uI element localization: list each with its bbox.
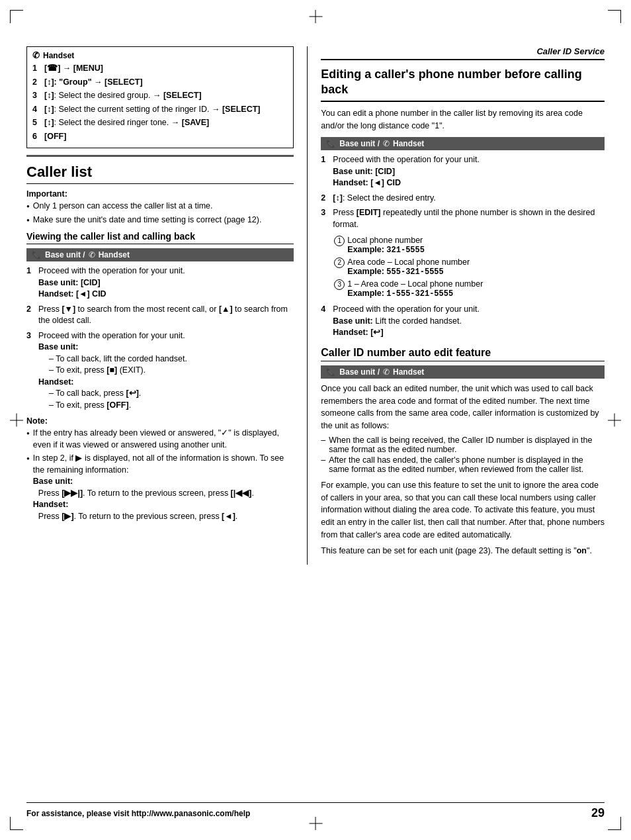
step-num: 4 (32, 104, 44, 116)
handset-label2: Handset (99, 250, 130, 259)
cross-mark-top (316, 10, 316, 23)
step-num: 3 (32, 90, 44, 102)
base-icon: 📞 (326, 367, 336, 377)
content-area: Handset 1 [☎] → [MENU] 2 [↕]: "Group" → … (26, 46, 605, 565)
step-num: 2 (26, 304, 38, 327)
step-text: [↕]: Select the current setting of the r… (44, 104, 288, 116)
step-text: Proceed with the operation for your unit… (38, 265, 294, 301)
auto-edit-dash1: When the call is being received, the Cal… (321, 436, 605, 454)
step-item: 3 Proceed with the operation for your un… (26, 330, 294, 412)
corner-mark-br (608, 817, 621, 830)
circle-num-1: 1 (334, 236, 345, 246)
bullet-text: In step 2, if ▶ is displayed, not all of… (33, 453, 294, 522)
bullet-text: If the entry has already been viewed or … (33, 428, 294, 451)
editing-step4: 4 Proceed with the operation for your un… (321, 304, 605, 339)
handset-section-header: Handset (32, 50, 288, 60)
format-item-1: 1 Local phone number Example: 321-5555 (334, 236, 605, 255)
note-label: Note: (26, 416, 294, 426)
base-label: Base unit / (339, 139, 380, 148)
viewing-steps: 1 Proceed with the operation for your un… (26, 265, 294, 411)
editing-steps: 1 Proceed with the operation for your un… (321, 154, 605, 230)
step-num: 2 (32, 77, 44, 89)
base-handset-box-editing: 📞 Base unit / ✆ Handset (321, 137, 605, 150)
step-text: [↕]: Select the desired ringer tone. → [… (44, 117, 288, 129)
bullet-item: Make sure the unit's date and time setti… (26, 214, 294, 226)
step-item: 6 [OFF] (32, 131, 288, 143)
step-text: Proceed with the operation for your unit… (333, 154, 605, 189)
note-section: Note: If the entry has already been view… (26, 416, 294, 522)
bullet-item: Only 1 person can access the caller list… (26, 201, 294, 212)
handset-step-list: 1 [☎] → [MENU] 2 [↕]: "Group" → [SELECT]… (32, 63, 288, 142)
base-handset-label: Base unit / (45, 250, 85, 259)
base-label: Base unit / (339, 367, 380, 377)
auto-edit-para1: Once you call back an edited number, the… (321, 383, 605, 432)
important-bullets: Only 1 person can access the caller list… (26, 201, 294, 226)
step-text: [↕]: Select the desired group. → [SELECT… (44, 90, 288, 102)
auto-edit-dash2: After the call has ended, the caller's p… (321, 455, 605, 474)
right-column: Caller ID Service Editing a caller's pho… (308, 46, 605, 565)
auto-edit-title: Caller ID number auto edit feature (321, 347, 605, 361)
step-item: 4 Proceed with the operation for your un… (321, 304, 605, 339)
step-num: 6 (32, 131, 44, 143)
base-handset-box-viewing: 📞 Base unit / ✆ Handset (26, 248, 294, 261)
step-text: Proceed with the operation for your unit… (333, 304, 605, 339)
step-item: 1 [☎] → [MENU] (32, 63, 288, 75)
dash-text: When the call is being received, the Cal… (329, 436, 605, 454)
corner-mark-tl (10, 10, 23, 23)
step-item: 2 [↕]: "Group" → [SELECT] (32, 77, 288, 89)
bullet-text: Make sure the unit's date and time setti… (33, 214, 262, 226)
bullet-item: In step 2, if ▶ is displayed, not all of… (26, 453, 294, 522)
step-text: Proceed with the operation for your unit… (38, 330, 294, 412)
page-header: Caller ID Service (321, 46, 605, 60)
step-num: 3 (321, 207, 333, 230)
base-icon: 📞 (326, 139, 336, 148)
editing-section: Editing a caller's phone number before c… (321, 67, 605, 339)
handset-icon: ✆ (383, 139, 390, 148)
section-divider (26, 155, 294, 157)
step-text: Press [EDIT] repeatedly until the phone … (333, 207, 605, 230)
format-label-2: Area code – Local phone number Example: … (347, 257, 470, 277)
step-num: 2 (321, 193, 333, 205)
footer-text: For assistance, please visit http://www.… (26, 809, 250, 818)
step-item: 5 [↕]: Select the desired ringer tone. →… (32, 117, 288, 129)
step-num: 4 (321, 304, 333, 339)
auto-edit-para3: This feature can be set for each unit (p… (321, 545, 605, 557)
handset-icon2: ✆ (89, 250, 95, 259)
step-item: 3 [↕]: Select the desired group. → [SELE… (32, 90, 288, 102)
important-label: Important: (26, 189, 294, 199)
step-num: 1 (26, 265, 38, 301)
step-text: [OFF] (44, 131, 288, 143)
step-text: [☎] → [MENU] (44, 63, 288, 75)
editing-section-title: Editing a caller's phone number before c… (321, 67, 605, 102)
step-item: 2 Press [▼] to search from the most rece… (26, 304, 294, 327)
format-item-2: 2 Area code – Local phone number Example… (334, 257, 605, 277)
handset-section-box: Handset 1 [☎] → [MENU] 2 [↕]: "Group" → … (26, 46, 294, 148)
handset-icon: ✆ (383, 367, 390, 377)
corner-mark-tr (608, 10, 621, 23)
handset-label: Handset (43, 51, 74, 60)
page-number: 29 (591, 806, 605, 820)
bullet-item: If the entry has already been viewed or … (26, 428, 294, 451)
page-container: Handset 1 [☎] → [MENU] 2 [↕]: "Group" → … (0, 0, 631, 840)
caller-list-title: Caller list (26, 163, 294, 184)
page-footer: For assistance, please visit http://www.… (26, 802, 605, 820)
step-num: 5 (32, 117, 44, 129)
left-column: Handset 1 [☎] → [MENU] 2 [↕]: "Group" → … (26, 46, 308, 565)
auto-edit-para2: For example, you can use this feature to… (321, 479, 605, 541)
note-bullets: If the entry has already been viewed or … (26, 428, 294, 522)
cross-mark-left (10, 420, 23, 420)
format-item-3: 3 1 – Area code – Local phone number Exa… (334, 279, 605, 299)
step-num: 1 (32, 63, 44, 75)
step-text: [↕]: "Group" → [SELECT] (44, 77, 288, 89)
handset-label: Handset (393, 139, 424, 148)
step-text: [↕]: Select the desired entry. (333, 193, 605, 205)
base-handset-box-auto: 📞 Base unit / ✆ Handset (321, 365, 605, 379)
step-num: 1 (321, 154, 333, 189)
step-item: 2 [↕]: Select the desired entry. (321, 193, 605, 205)
corner-mark-bl (10, 817, 23, 830)
editing-intro: You can edit a phone number in the calle… (321, 107, 605, 132)
cross-mark-right (608, 420, 621, 420)
step-item: 1 Proceed with the operation for your un… (321, 154, 605, 189)
step-item: 3 Press [EDIT] repeatedly until the phon… (321, 207, 605, 230)
step-num: 3 (26, 330, 38, 412)
